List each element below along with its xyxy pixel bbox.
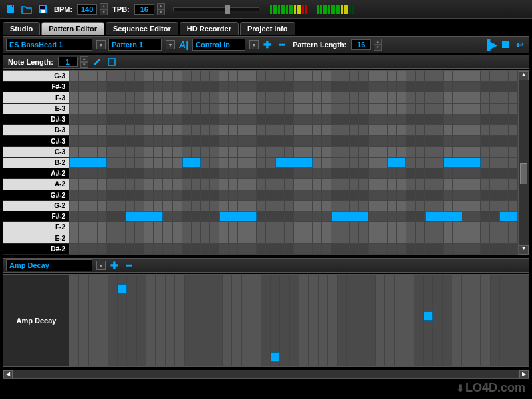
bpm-spinner[interactable]: ▲▼ (100, 3, 108, 15)
scroll-left-icon[interactable]: ◀ (3, 370, 13, 378)
control-value: Control In (196, 41, 230, 49)
pattern-dropdown[interactable]: Pattern 1 (108, 39, 162, 51)
automation-point[interactable] (424, 311, 433, 321)
note-block[interactable] (275, 158, 313, 168)
tab-bar: StudioPattern EditorSequence EditorHD Re… (0, 19, 532, 35)
pattern-length-label: Pattern Length: (291, 41, 348, 49)
note-length-label: Note Length: (6, 58, 55, 66)
note-labels: G-3F#-3F-3E-3D#-3D-3C#-3C-3B-2A#-2A-2G#-… (3, 71, 70, 255)
note-block[interactable] (219, 211, 257, 221)
automation-grid[interactable] (70, 275, 529, 366)
save-icon[interactable] (36, 3, 49, 16)
tab-sequence-editor[interactable]: Sequence Editor (106, 22, 178, 35)
automation-lane-label: Amp Decay (3, 275, 70, 366)
svg-rect-5 (108, 59, 115, 65)
tab-studio[interactable]: Studio (3, 22, 40, 35)
svg-rect-3 (40, 6, 45, 9)
tab-pattern-editor[interactable]: Pattern Editor (41, 22, 104, 35)
note-key-label[interactable]: D-3 (3, 125, 70, 136)
note-block[interactable] (70, 158, 107, 168)
note-block[interactable] (126, 211, 163, 221)
tpb-value[interactable]: 16 (134, 4, 154, 15)
note-key-label[interactable]: D#-2 (3, 244, 70, 255)
note-key-label[interactable]: A#-2 (3, 168, 70, 179)
dropdown-arrow-icon[interactable]: ▼ (96, 40, 106, 49)
note-block[interactable] (425, 211, 462, 221)
automation-dropdown[interactable]: Amp Decay (6, 259, 92, 271)
scroll-up-icon[interactable]: ▲ (519, 71, 529, 80)
bpm-value[interactable]: 140 (77, 4, 97, 15)
watermark: ⬇LO4D.com (456, 381, 525, 395)
slider-thumb[interactable] (225, 5, 230, 14)
stop-icon[interactable] (499, 39, 511, 51)
instrument-value: ES BassHead 1 (9, 41, 63, 49)
tab-project-info[interactable]: Project Info (240, 22, 295, 35)
loop-icon[interactable]: ↩ (514, 39, 526, 51)
note-key-label[interactable]: G-2 (3, 201, 70, 211)
pattern-value: Pattern 1 (112, 41, 143, 49)
level-meter-left (270, 5, 307, 14)
control-dropdown[interactable]: Control In (192, 39, 245, 51)
automation-dropdown-value: Amp Decay (9, 261, 49, 269)
scroll-right-icon[interactable]: ▶ (519, 370, 529, 378)
horizontal-scrollbar[interactable]: ◀ ▶ (3, 370, 529, 379)
note-key-label[interactable]: F-3 (3, 92, 70, 103)
note-key-label[interactable]: D#-3 (3, 114, 70, 125)
note-block[interactable] (444, 158, 481, 168)
note-block[interactable] (387, 158, 406, 168)
add-button[interactable]: ✚ (261, 39, 273, 51)
notelen-spinner[interactable]: ▲▼ (80, 56, 88, 68)
note-key-label[interactable]: G#-2 (3, 190, 70, 201)
note-key-label[interactable]: A-2 (3, 179, 70, 190)
note-length-toolbar: Note Length: 1 ▲▼ (3, 55, 529, 69)
note-key-label[interactable]: B-2 (3, 158, 70, 168)
play-start-icon[interactable]: ▐▶ (485, 39, 497, 51)
note-key-label[interactable]: F-2 (3, 222, 70, 233)
download-arrow-icon: ⬇ (456, 383, 464, 394)
note-key-label[interactable]: F#-3 (3, 82, 70, 92)
tab-hd-recorder[interactable]: HD Recorder (180, 22, 239, 35)
note-block[interactable] (182, 158, 201, 168)
note-key-label[interactable]: E-2 (3, 233, 70, 244)
scroll-down-icon[interactable]: ▼ (519, 245, 529, 255)
note-key-label[interactable]: C#-3 (3, 136, 70, 146)
automation-point[interactable] (271, 352, 280, 362)
bpm-label: BPM: (52, 5, 74, 13)
automation-toolbar: Amp Decay ▼ ✚ ━ (3, 258, 529, 273)
dropdown-arrow-icon[interactable]: ▼ (96, 261, 106, 270)
note-key-label[interactable]: G-3 (3, 71, 70, 82)
note-key-label[interactable]: C-3 (3, 147, 70, 158)
note-block[interactable] (499, 211, 518, 221)
piano-roll: G-3F#-3F-3E-3D#-3D-3C#-3C-3B-2A#-2A-2G#-… (3, 70, 529, 255)
tpb-spinner[interactable]: ▲▼ (157, 3, 165, 15)
level-meter-right (317, 5, 354, 14)
vertical-scrollbar[interactable]: ▲ ▼ (518, 71, 529, 255)
remove-button[interactable]: ━ (276, 39, 288, 51)
automation-point[interactable] (118, 284, 127, 293)
pattern-toolbar: ES BassHead 1 ▼ Pattern 1 ▼ A| Control I… (3, 36, 529, 53)
note-key-label[interactable]: F#-2 (3, 211, 70, 222)
pencil-tool-icon[interactable] (91, 56, 103, 68)
note-grid[interactable] (70, 71, 518, 255)
add-automation-button[interactable]: ✚ (108, 259, 120, 271)
length-spinner[interactable]: ▲▼ (374, 39, 382, 51)
top-toolbar: BPM: 140 ▲▼ TPB: 16 ▲▼ (0, 0, 532, 19)
remove-automation-button[interactable]: ━ (123, 259, 135, 271)
svg-rect-4 (41, 10, 45, 13)
dropdown-arrow-icon[interactable]: ▼ (166, 40, 175, 49)
scroll-thumb[interactable] (519, 80, 529, 245)
automation-panel: Amp Decay (3, 274, 529, 367)
instrument-dropdown[interactable]: ES BassHead 1 (6, 39, 92, 51)
note-key-label[interactable]: E-3 (3, 104, 70, 114)
select-tool-icon[interactable] (106, 56, 118, 68)
new-file-icon[interactable] (4, 3, 17, 16)
pattern-length-value[interactable]: 16 (351, 39, 371, 50)
tpb-label: TPB: (110, 5, 132, 13)
open-file-icon[interactable] (20, 3, 33, 16)
volume-slider[interactable] (173, 7, 259, 11)
scroll-track[interactable] (13, 370, 519, 378)
dropdown-arrow-icon[interactable]: ▼ (249, 40, 259, 49)
note-block[interactable] (331, 211, 368, 221)
note-length-value[interactable]: 1 (58, 57, 78, 67)
rename-icon[interactable]: A| (178, 39, 190, 51)
